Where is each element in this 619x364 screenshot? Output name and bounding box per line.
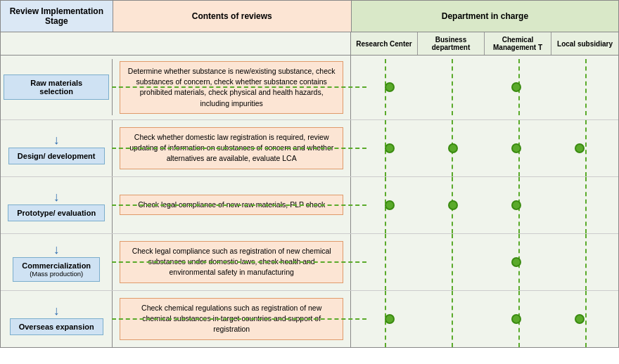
review-box-design: Check whether domestic law registration … — [120, 127, 343, 169]
dot-empty-raw-materials-3 — [575, 82, 585, 92]
review-box-commercialization: Check legal compliance such as registrat… — [120, 241, 343, 283]
dot-container-design-1 — [421, 143, 485, 153]
dots-cell-raw-materials — [351, 59, 618, 115]
dot-design-3 — [575, 143, 585, 153]
dot-commercialization-2 — [511, 257, 521, 267]
dot-empty-commercialization-0 — [385, 257, 395, 267]
dot-empty-overseas-1 — [448, 314, 458, 324]
arrow-icon-commercialization: ↓ — [53, 243, 60, 256]
contents-header-label: Contents of reviews — [192, 11, 272, 21]
dot-raw-materials-2 — [511, 82, 521, 92]
arrow-icon-design: ↓ — [53, 134, 60, 146]
review-cell-commercialization: Check legal compliance such as registrat… — [113, 234, 351, 290]
dots-cell-commercialization — [351, 234, 618, 290]
dot-container-design-2 — [485, 143, 548, 153]
dot-container-raw-materials-1 — [421, 82, 485, 92]
header-stage: Review Implementation Stage — [1, 1, 113, 32]
dot-container-commercialization-1 — [421, 257, 485, 267]
stage-header-label: Review Implementation Stage — [4, 6, 110, 26]
review-box-overseas: Check chemical regulations such as regis… — [120, 298, 343, 340]
row-raw-materials: Raw materials selectionDetermine whether… — [1, 56, 618, 120]
dot-container-commercialization-2 — [485, 257, 548, 267]
review-cell-raw-materials: Determine whether substance is new/exist… — [113, 56, 351, 119]
dot-container-prototype-0 — [358, 200, 421, 210]
sub-header-row: Research CenterBusiness departmentChemic… — [1, 32, 618, 56]
review-cell-prototype: Check legal compliance of new raw materi… — [113, 177, 351, 233]
dot-raw-materials-0 — [385, 82, 395, 92]
dots-cell-design — [351, 120, 618, 176]
row-design: ↓Design/ developmentCheck whether domest… — [1, 120, 618, 177]
dot-container-prototype-1 — [421, 200, 485, 210]
stage-cell-prototype: ↓Prototype/ evaluation — [1, 177, 113, 233]
stage-cell-commercialization: ↓Commercialization(Mass production) — [1, 234, 113, 290]
dot-container-commercialization-3 — [548, 257, 611, 267]
review-cell-design: Check whether domestic law registration … — [113, 120, 351, 176]
dot-container-raw-materials-2 — [485, 82, 548, 92]
dot-container-design-0 — [358, 143, 421, 153]
dot-prototype-2 — [511, 200, 521, 210]
dot-container-prototype-3 — [548, 200, 611, 210]
dot-design-2 — [511, 143, 521, 153]
dot-container-design-3 — [548, 143, 611, 153]
row-commercialization: ↓Commercialization(Mass production)Check… — [1, 234, 618, 291]
stage-box-commercialization: Commercialization(Mass production) — [13, 257, 100, 282]
arrow-icon-prototype: ↓ — [53, 190, 60, 203]
dot-empty-commercialization-1 — [448, 257, 458, 267]
dot-design-1 — [448, 143, 458, 153]
sub-header-business: Business department — [418, 32, 485, 55]
stage-box-raw-materials: Raw materials selection — [4, 74, 109, 100]
stage-sub-commercialization: (Mass production) — [22, 270, 91, 278]
header-contents: Contents of reviews — [113, 1, 352, 32]
dot-prototype-0 — [385, 200, 395, 210]
main-container: Review Implementation Stage Contents of … — [0, 0, 619, 348]
review-box-prototype: Check legal compliance of new raw materi… — [120, 195, 343, 215]
sub-header-research: Research Center — [351, 32, 418, 55]
sub-header-chemical: Chemical Management T — [485, 32, 551, 55]
dot-container-overseas-2 — [485, 314, 548, 324]
dot-overseas-2 — [511, 314, 521, 324]
sub-header-spacer — [1, 32, 351, 55]
dot-container-raw-materials-3 — [548, 82, 611, 92]
dept-header-label: Department in charge — [442, 11, 528, 21]
dots-cell-prototype — [351, 177, 618, 233]
dot-overseas-0 — [385, 314, 395, 324]
main-header: Review Implementation Stage Contents of … — [1, 1, 618, 32]
dot-container-prototype-2 — [485, 200, 548, 210]
header-dept: Department in charge — [352, 1, 618, 32]
dot-container-raw-materials-0 — [358, 82, 421, 92]
stage-cell-overseas: ↓Overseas expansion — [1, 291, 113, 347]
dot-empty-raw-materials-1 — [448, 82, 458, 92]
dot-design-0 — [385, 143, 395, 153]
dot-prototype-1 — [448, 200, 458, 210]
stage-box-prototype: Prototype/ evaluation — [8, 204, 105, 221]
dot-container-overseas-3 — [548, 314, 611, 324]
arrow-icon-overseas: ↓ — [53, 304, 60, 317]
review-box-raw-materials: Determine whether substance is new/exist… — [120, 61, 343, 114]
stage-cell-raw-materials: Raw materials selection — [1, 59, 113, 115]
dot-empty-prototype-3 — [575, 200, 585, 210]
dot-container-commercialization-0 — [358, 257, 421, 267]
stage-box-overseas: Overseas expansion — [10, 318, 103, 335]
dot-container-overseas-0 — [358, 314, 421, 324]
sub-header-local: Local subsidiary — [551, 32, 618, 55]
dot-container-overseas-1 — [421, 314, 485, 324]
dot-overseas-3 — [575, 314, 585, 324]
review-cell-overseas: Check chemical regulations such as regis… — [113, 291, 351, 347]
dot-empty-commercialization-3 — [575, 257, 585, 267]
stage-cell-design: ↓Design/ development — [1, 120, 113, 176]
stage-box-design: Design/ development — [8, 148, 105, 164]
body-area: Raw materials selectionDetermine whether… — [1, 56, 618, 347]
row-prototype: ↓Prototype/ evaluationCheck legal compli… — [1, 177, 618, 234]
dots-cell-overseas — [351, 291, 618, 347]
row-overseas: ↓Overseas expansionCheck chemical regula… — [1, 291, 618, 347]
sub-header-dept-cols: Research CenterBusiness departmentChemic… — [351, 32, 618, 55]
